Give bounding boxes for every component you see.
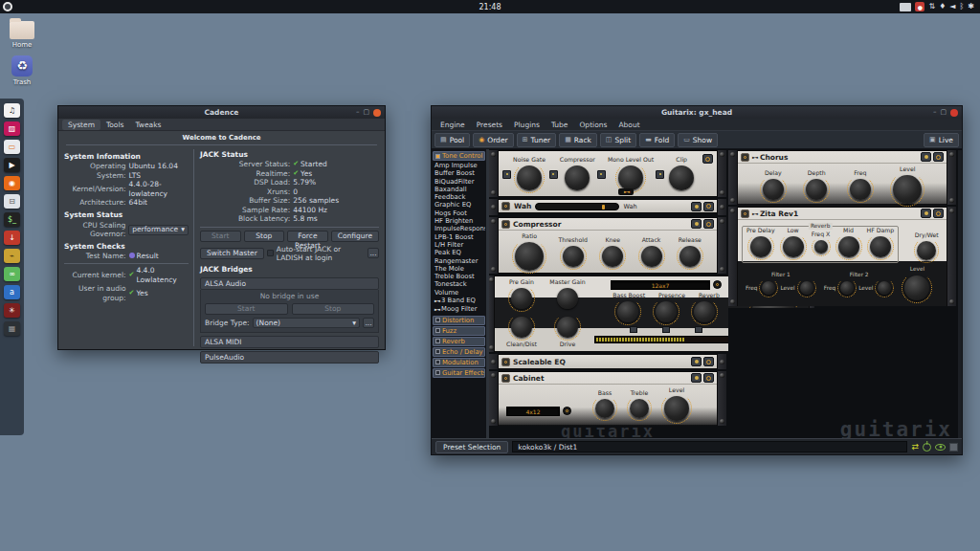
mono-level-out-knob[interactable] xyxy=(618,165,643,190)
plugin-item[interactable]: BiQuadFilter xyxy=(433,178,485,186)
zita-hf-damp-knob[interactable] xyxy=(870,236,891,257)
clip-knob[interactable] xyxy=(669,165,694,190)
bridge-start-button[interactable]: Start xyxy=(205,303,288,315)
compressor-lock-button[interactable] xyxy=(691,219,702,229)
close-icon[interactable] xyxy=(373,109,381,117)
tuner-button[interactable]: ⊞Tuner xyxy=(517,133,557,147)
tube-select-knob[interactable] xyxy=(713,280,722,289)
jack-start-button[interactable]: Start xyxy=(200,231,241,242)
chorus-lock-button[interactable] xyxy=(921,152,931,162)
release-knob[interactable] xyxy=(679,246,701,267)
guitarix-titlebar[interactable]: Guitarix: gx_head – ▢ xyxy=(432,106,962,119)
scaleable-eq-lock-button[interactable] xyxy=(691,357,702,366)
attack-knob[interactable] xyxy=(641,246,662,267)
plugin-item-stereo[interactable]: ►◄ Moog Filter xyxy=(433,305,485,314)
plugin-item[interactable]: Amp Impulse xyxy=(433,162,485,169)
zita-pre-delay-knob[interactable] xyxy=(750,236,771,257)
menu-about[interactable]: About xyxy=(612,121,645,129)
reverb-knob[interactable] xyxy=(694,301,715,322)
chorus-delay-knob[interactable] xyxy=(763,179,784,200)
compressor-knob[interactable] xyxy=(565,165,590,190)
zita-mid-knob[interactable] xyxy=(838,236,859,257)
dock-icon-media-player[interactable]: ▶ xyxy=(4,158,20,172)
plugin-item[interactable]: Feedback xyxy=(433,193,485,201)
chorus-level-knob[interactable] xyxy=(893,175,922,204)
alsa-audio-expander[interactable]: ALSA Audio xyxy=(200,277,379,290)
close-icon[interactable] xyxy=(950,109,958,117)
menu-options[interactable]: Options xyxy=(573,121,612,129)
dock-icon-photos[interactable]: ▨ xyxy=(4,121,20,136)
dock-icon-patchbay[interactable]: ∞ xyxy=(4,267,20,281)
cabinet-power-icon[interactable] xyxy=(501,374,510,383)
filter2-freq-knob[interactable] xyxy=(840,281,854,295)
bridge-stop-button[interactable]: Stop xyxy=(292,303,375,315)
plugin-category-echo-delay[interactable]: Echo / Delay xyxy=(433,347,485,357)
zita-level-knob[interactable] xyxy=(904,276,929,300)
plugin-category-reverb[interactable]: Reverb xyxy=(433,337,485,346)
filter2-level-knob[interactable] xyxy=(878,281,891,295)
current-preset-field[interactable]: kokoko3k / Dist1 xyxy=(512,441,907,452)
rack-button[interactable]: ▦Rack xyxy=(559,133,597,147)
plugin-item[interactable]: Baxandall xyxy=(433,186,485,193)
wah-stereo-button[interactable] xyxy=(703,202,714,211)
autostart-checkbox[interactable] xyxy=(267,250,274,256)
filter1-level-knob[interactable] xyxy=(800,281,813,295)
plugin-item[interactable]: The Mole xyxy=(433,265,485,273)
dock-icon-browser[interactable]: ◉ xyxy=(4,176,20,190)
plugin-item[interactable]: LPB-1 Boost xyxy=(433,233,485,241)
menu-tools[interactable]: Tools xyxy=(100,120,129,130)
autostart-more-button[interactable]: ... xyxy=(368,248,379,258)
bridge-type-select[interactable]: (None)▾ xyxy=(253,318,360,328)
cabinet-select-knob[interactable] xyxy=(563,407,571,415)
ratio-knob[interactable] xyxy=(515,242,544,271)
scaleable-eq-stereo-button[interactable] xyxy=(703,357,714,366)
cabinet-display[interactable]: 4x12 xyxy=(506,407,560,416)
knee-knob[interactable] xyxy=(602,246,623,267)
chorus-depth-knob[interactable] xyxy=(806,179,827,200)
scaleable-eq-power-icon[interactable] xyxy=(501,358,510,366)
split-button[interactable]: ◫Split xyxy=(600,133,636,147)
jack-stop-button[interactable]: Stop xyxy=(244,231,285,242)
pre-gain-knob[interactable] xyxy=(511,288,532,309)
plugin-category-guitar-effects[interactable]: Guitar Effects xyxy=(433,368,485,378)
menu-tweaks[interactable]: Tweaks xyxy=(129,120,167,130)
plugin-item[interactable]: Tonestack xyxy=(433,280,485,288)
menu-tube[interactable]: Tube xyxy=(546,121,574,129)
dock-icon-terminal[interactable]: $_ xyxy=(4,212,20,227)
plugin-item[interactable]: Rangemaster xyxy=(433,257,485,265)
dock-icon-downloader[interactable]: ↓ xyxy=(4,231,20,245)
master-gain-knob[interactable] xyxy=(557,288,578,309)
chorus-freq-knob[interactable] xyxy=(850,179,871,200)
jack-configure-button[interactable]: Configure xyxy=(331,231,379,242)
dock-icon-molecule-app[interactable]: ✳ xyxy=(4,303,20,318)
dock-icon-audio-app[interactable]: a xyxy=(4,285,20,299)
cadence-titlebar[interactable]: Cadence – ▢ xyxy=(58,106,385,119)
plugin-item[interactable]: Buffer Boost xyxy=(433,169,485,177)
dock-icon-settings[interactable]: ⊟ xyxy=(4,194,20,209)
noise-gate-toggle[interactable] xyxy=(502,170,511,179)
fold-button[interactable]: ▬Fold xyxy=(639,133,675,147)
dock-icon-files[interactable]: ▭ xyxy=(4,140,20,154)
clean-dist-knob[interactable] xyxy=(511,317,532,338)
cabinet-bass-knob[interactable] xyxy=(595,399,614,418)
plugin-item[interactable]: L/H Filter xyxy=(433,241,485,249)
zita-freq-x-knob[interactable] xyxy=(814,240,828,253)
filter1-freq-knob[interactable] xyxy=(762,281,775,295)
cabinet-level-knob[interactable] xyxy=(664,396,689,421)
wah-power-icon[interactable] xyxy=(501,202,510,210)
tube-display[interactable]: 12ax7 xyxy=(611,280,710,290)
noise-gate-knob[interactable] xyxy=(517,165,542,190)
desktop-icon-home[interactable]: Home xyxy=(1,21,43,49)
threshold-knob[interactable] xyxy=(563,246,584,267)
reverb-switch[interactable] xyxy=(695,326,702,333)
bass-boost-knob[interactable] xyxy=(617,301,638,322)
plugin-category-fuzz[interactable]: Fuzz xyxy=(433,326,485,336)
minimize-icon[interactable]: – xyxy=(933,108,937,117)
clip-toggle[interactable] xyxy=(656,170,664,179)
plugin-item[interactable]: Graphic EQ xyxy=(433,201,485,209)
preset-selection-button[interactable]: Preset Selection xyxy=(435,441,508,453)
rack-scrollbar[interactable] xyxy=(958,150,962,438)
zita-lock-button[interactable] xyxy=(921,209,931,218)
alsa-midi-expander[interactable]: ALSA MIDI xyxy=(200,336,379,348)
mono-level-toggle[interactable] xyxy=(597,170,606,179)
